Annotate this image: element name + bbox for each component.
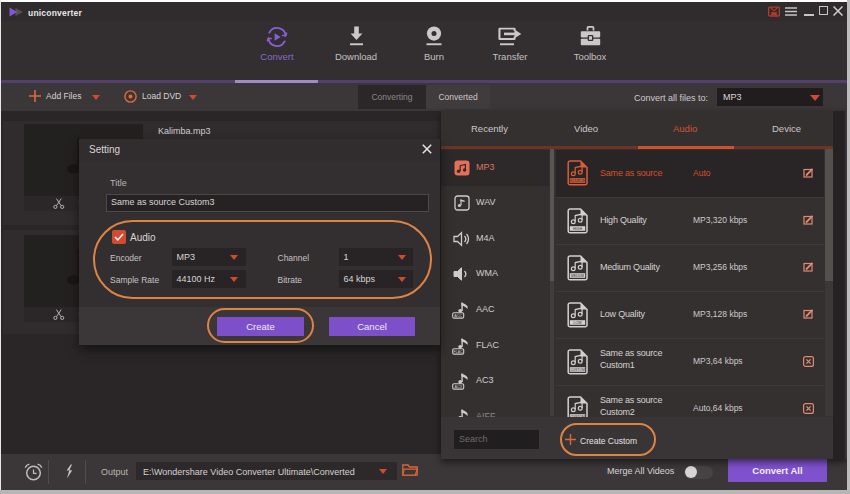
svg-text:AC3: AC3 bbox=[455, 385, 462, 389]
svg-text:HIGH: HIGH bbox=[573, 226, 582, 230]
svg-text:LOW: LOW bbox=[573, 320, 582, 324]
svg-text:FLAC: FLAC bbox=[454, 350, 464, 354]
svg-text:CUSTOM: CUSTOM bbox=[570, 367, 585, 371]
svg-text:MEDIUM: MEDIUM bbox=[571, 273, 584, 277]
svg-text:SOURCE: SOURCE bbox=[570, 178, 586, 182]
svg-text:ACC: ACC bbox=[454, 314, 462, 318]
